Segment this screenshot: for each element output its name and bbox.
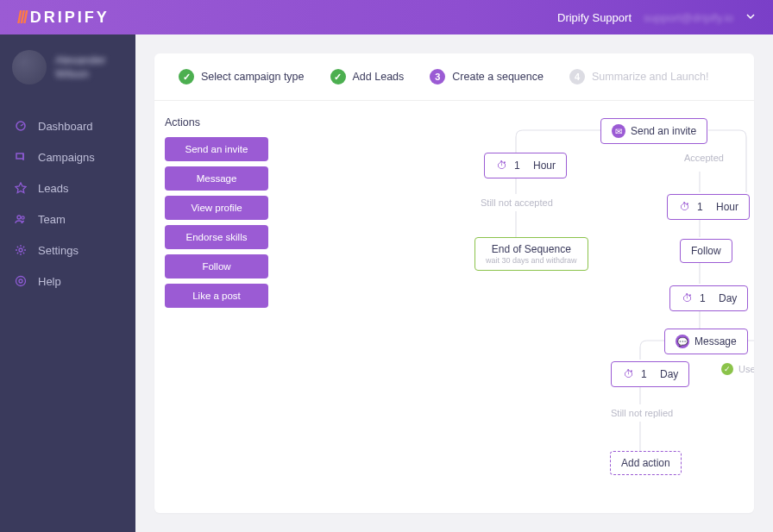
chat-icon: 💬: [676, 335, 689, 348]
settings-icon: [14, 243, 28, 257]
svg-point-4: [19, 248, 22, 252]
topbar-right: Dripify Support support@dripify.io: [557, 11, 756, 24]
node-value: 1: [697, 201, 703, 213]
stepper: Select campaign type Add Leads 3 Create …: [154, 53, 754, 101]
sidebar-item-label: Settings: [38, 244, 79, 257]
campaigns-icon: [14, 150, 28, 164]
step-number: 4: [569, 69, 585, 84]
avatar: [12, 50, 47, 84]
svg-point-2: [17, 216, 21, 219]
step-label: Add Leads: [353, 71, 405, 83]
sidebar-item-campaigns[interactable]: Campaigns: [0, 141, 135, 172]
step-1[interactable]: Select campaign type: [179, 69, 305, 84]
step-number: 3: [430, 69, 445, 84]
sidebar-item-help[interactable]: Help: [0, 266, 135, 297]
node-end-sequence[interactable]: End of Sequence wait 30 days and withdra…: [474, 237, 588, 271]
dashboard-icon: [14, 119, 28, 133]
check-icon: [179, 69, 194, 84]
node-wait-2[interactable]: ⏱ 1 Hour: [667, 194, 750, 220]
help-icon: [14, 274, 28, 288]
sidebar-item-label: Campaigns: [38, 151, 95, 164]
sidebar-item-settings[interactable]: Settings: [0, 235, 135, 266]
node-value: 1: [641, 368, 647, 380]
label-user-replied: ✓ User Replied: [721, 363, 754, 375]
support-link[interactable]: Dripify Support: [557, 11, 632, 24]
check-icon: ✓: [721, 363, 733, 375]
node-value: 1: [514, 160, 520, 172]
node-label: Message: [694, 335, 737, 347]
step-2[interactable]: Add Leads: [330, 69, 405, 84]
sidebar-item-label: Help: [38, 275, 61, 288]
workspace: Actions Send an invite Message View prof…: [154, 101, 754, 513]
team-icon: [14, 212, 28, 226]
step-4[interactable]: 4 Summarize and Launch!: [569, 69, 709, 84]
main: Select campaign type Add Leads 3 Create …: [135, 34, 773, 532]
step-label: Summarize and Launch!: [592, 71, 709, 83]
sidebar: Alexander Wilson Dashboard Campaigns Lea…: [0, 34, 135, 532]
profile-name: Alexander Wilson: [55, 53, 106, 80]
node-message[interactable]: 💬 Message: [664, 329, 748, 354]
sidebar-item-label: Dashboard: [38, 120, 93, 133]
label-accepted: Accepted: [684, 153, 724, 163]
logo-mark-icon: ///: [17, 8, 27, 28]
node-value: 1: [700, 292, 706, 304]
sidebar-item-dashboard[interactable]: Dashboard: [0, 110, 135, 141]
node-subtext: wait 30 days and withdraw: [486, 256, 577, 265]
action-chip-invite[interactable]: Send an invite: [165, 137, 268, 161]
node-unit: Day: [660, 368, 678, 380]
card: Select campaign type Add Leads 3 Create …: [154, 53, 754, 513]
node-wait-4[interactable]: ⏱ 1 Day: [611, 361, 689, 387]
chevron-down-icon[interactable]: [745, 11, 756, 24]
node-add-action[interactable]: Add action: [610, 451, 682, 475]
step-3[interactable]: 3 Create a sequence: [430, 69, 544, 84]
sequence-flow[interactable]: ✉ Send an invite ⏱ 1 Hour Accepted Still…: [268, 116, 744, 513]
svg-point-6: [19, 279, 22, 283]
node-label: Follow: [691, 245, 721, 257]
action-chip-message[interactable]: Message: [165, 166, 268, 191]
node-unit: Day: [719, 292, 737, 304]
topbar: /// DRIPIFY Dripify Support support@drip…: [0, 0, 773, 34]
clock-icon: ⏱: [678, 200, 692, 214]
node-send-invite[interactable]: ✉ Send an invite: [600, 118, 707, 144]
step-label: Create a sequence: [452, 71, 544, 83]
action-chip-view-profile[interactable]: View profile: [165, 196, 268, 220]
profile[interactable]: Alexander Wilson: [0, 34, 135, 102]
step-label: Select campaign type: [201, 71, 305, 83]
actions-panel: Actions Send an invite Message View prof…: [165, 116, 268, 513]
node-unit: Hour: [716, 201, 738, 213]
check-icon: [330, 69, 346, 84]
chat-icon: ✉: [612, 124, 625, 138]
logo: /// DRIPIFY: [17, 8, 110, 28]
action-chip-endorse[interactable]: Endorse skills: [165, 225, 268, 249]
sidebar-item-label: Team: [38, 213, 66, 226]
sidebar-item-leads[interactable]: Leads: [0, 172, 135, 203]
clock-icon: ⏱: [681, 291, 694, 305]
node-unit: Hour: [533, 160, 556, 172]
clock-icon: ⏱: [495, 159, 509, 172]
action-chip-like[interactable]: Like a post: [165, 284, 268, 308]
svg-rect-1: [16, 153, 23, 159]
action-chip-follow[interactable]: Follow: [165, 254, 268, 279]
svg-point-5: [16, 277, 26, 286]
node-label: Add action: [621, 457, 670, 469]
sidebar-item-team[interactable]: Team: [0, 203, 135, 235]
support-email: support@dripify.io: [644, 11, 733, 24]
node-label: Send an invite: [631, 125, 696, 137]
label-not-accepted: Still not accepted: [481, 197, 553, 208]
nav: Dashboard Campaigns Leads Team Settings …: [0, 102, 135, 305]
node-follow[interactable]: Follow: [680, 239, 732, 263]
leads-icon: [14, 181, 28, 195]
node-wait-3[interactable]: ⏱ 1 Day: [669, 285, 748, 311]
logo-text: DRIPIFY: [30, 9, 110, 27]
svg-point-3: [22, 216, 24, 219]
sidebar-item-label: Leads: [38, 182, 68, 195]
node-wait-1[interactable]: ⏱ 1 Hour: [484, 153, 567, 178]
actions-title: Actions: [165, 116, 268, 128]
clock-icon: ⏱: [622, 367, 636, 381]
node-label: End of Sequence: [492, 243, 571, 255]
label-not-replied: Still not replied: [611, 408, 673, 418]
